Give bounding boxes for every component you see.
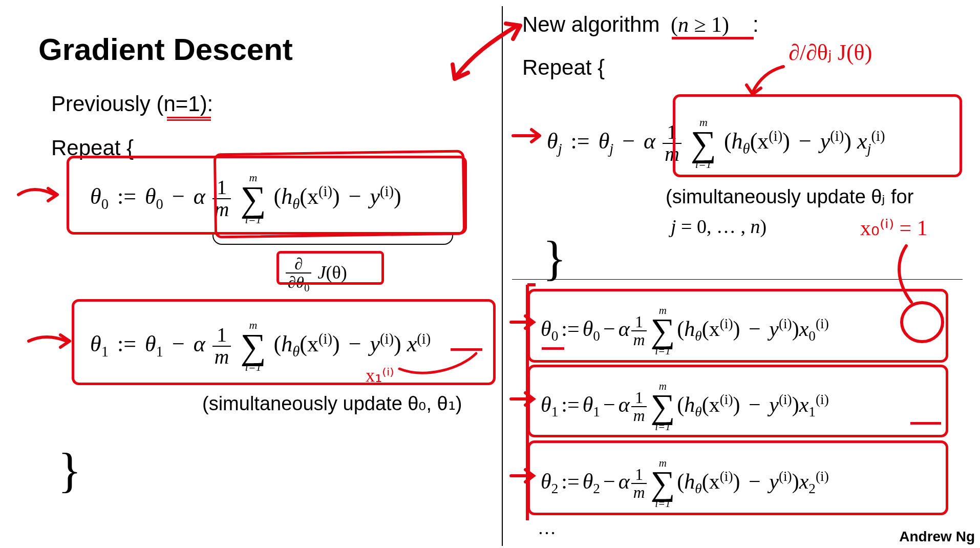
red-box-thetaj	[673, 94, 962, 177]
underline-x1i-exp	[910, 422, 941, 425]
right-repeat: Repeat {	[522, 55, 605, 80]
right-close-brace: }	[543, 229, 566, 286]
left-close-brace: }	[58, 441, 81, 498]
right-hrule	[512, 279, 963, 280]
red-box-exp0	[527, 289, 948, 363]
red-box-partial	[276, 251, 384, 285]
repeat-label-right: Repeat {	[522, 55, 605, 79]
arrow-bidir	[445, 20, 527, 87]
arrow-thetaj	[510, 123, 546, 149]
right-sim-a: (simultaneously update θⱼ for	[666, 185, 913, 208]
underline-n1	[167, 117, 211, 121]
red-box-theta0-inner	[214, 150, 465, 239]
slide: Gradient Descent Previously (n=1): Repea…	[0, 0, 980, 548]
right-sim-b: j = 0, … , n)	[671, 215, 766, 238]
hand-partial-j: ∂/∂θⱼ J(θ)	[789, 39, 872, 66]
underline-theta0-exp	[542, 347, 564, 350]
page-title: Gradient Descent	[38, 32, 293, 67]
red-box-exp1	[527, 365, 948, 437]
red-box-exp2	[527, 440, 948, 515]
hand-x1i: x₁⁽ⁱ⁾	[366, 365, 394, 386]
underline-xi-left	[451, 348, 482, 351]
underline-n-ge-1	[672, 37, 754, 39]
column-divider	[502, 6, 503, 546]
arrow-theta1	[26, 326, 77, 356]
right-header-text: New algorithm	[522, 12, 659, 37]
right-header-colon: :	[753, 12, 759, 37]
arrow-theta0	[13, 179, 65, 210]
right-ellipsis: …	[538, 517, 556, 539]
red-box-theta1	[72, 299, 496, 385]
hand-x0-eq-1: x₀⁽ⁱ⁾ = 1	[860, 215, 928, 240]
left-sim-update: (simultaneously update θ₀, θ₁)	[202, 392, 462, 415]
right-header-cond: (n ≥ 1)	[671, 12, 729, 37]
left-header: Previously (n=1):	[51, 92, 213, 116]
credit: Andrew Ng	[899, 529, 975, 545]
